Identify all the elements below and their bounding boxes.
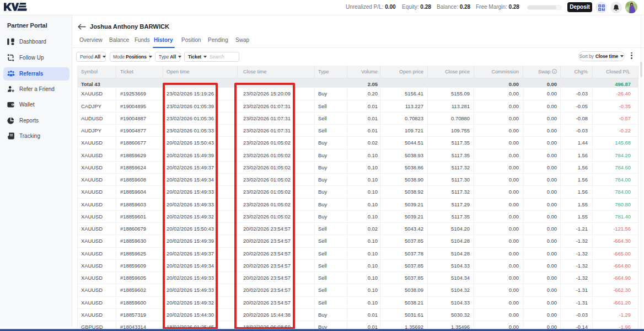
svg-text:i: i <box>554 70 555 73</box>
